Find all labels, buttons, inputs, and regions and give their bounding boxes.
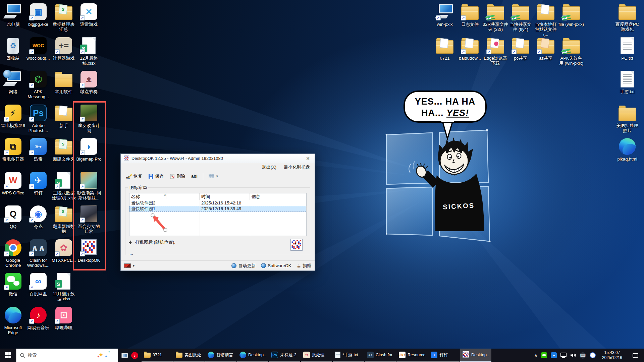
table-row-selected[interactable]: 当快软件园1 2025/12/16 15:39:49 — [129, 206, 306, 212]
desktop-icon[interactable]: S数据处理表汇总 — [51, 3, 76, 32]
icon-label: 百度网盘 — [30, 291, 47, 296]
desktop-icon[interactable]: 美图批处理照片 — [614, 104, 640, 133]
input-method-tray-icon[interactable]: ⌨ — [580, 352, 586, 359]
taskbar-button[interactable]: 0721 — [142, 349, 173, 362]
desktop-icon[interactable]: ➳↗迅雷 — [25, 137, 51, 162]
save-button[interactable]: 保存 — [146, 172, 166, 181]
desktop-icon[interactable]: ↗Google Chrome — [0, 239, 26, 268]
desktop-icon[interactable]: ∧∧↗Clash for Windows.... — [25, 239, 51, 268]
performance-monitor-icon[interactable] — [121, 353, 128, 358]
desktop-icon[interactable]: 此电脑 — [0, 3, 26, 27]
taskbar-button[interactable]: ✿批处理 — [301, 349, 332, 362]
taskbar-button[interactable]: 智谱清言 ... — [205, 349, 236, 362]
desktop-icon[interactable]: ↗file (win-pxlx) — [558, 3, 584, 27]
shortcut-arrow-badge: ↗ — [512, 49, 517, 54]
auto-update-link[interactable]: 自动更新 — [231, 263, 256, 269]
desktop-icon[interactable]: ◉↗夸克 — [25, 205, 51, 229]
xunlei-tray-icon[interactable]: ➤ — [551, 352, 557, 358]
taskbar-button[interactable]: Desktop... — [237, 349, 268, 362]
desktop-icon[interactable]: ⧉↗雷电多开器 — [0, 137, 26, 162]
desktop-icon[interactable]: ▣↗bigjpg.exe — [25, 3, 51, 27]
view-dropdown-button[interactable]: ▼ — [206, 172, 221, 180]
desktop-icon[interactable]: S11月翻库数据.xlsx — [51, 272, 76, 301]
icon-label: 数据处理表汇总 — [51, 22, 76, 32]
desktop-icon[interactable]: ↗pc共享 — [508, 37, 533, 61]
wechat-tray-icon[interactable] — [541, 352, 547, 358]
desktop-icon[interactable]: Ps↗Adobe Photosh... — [25, 104, 51, 133]
taskbar-clock[interactable]: 15:43:07 2025/12/16 — [599, 350, 625, 360]
desktop-icon[interactable]: WOC↗woccloud(... — [25, 37, 51, 61]
desktop-icon[interactable]: ✕↗迅雷游戏 — [76, 3, 102, 27]
layout-list[interactable]: ^ 名称 时间 信息 当快软件园2 2025/12/16 15:42:18 当快… — [129, 193, 307, 236]
restore-button[interactable]: ok 恢复 — [123, 172, 145, 181]
desktop-icon[interactable]: ✈↗钉钉 — [25, 171, 51, 195]
column-header-info[interactable]: 信息 — [250, 193, 268, 200]
taskbar-button[interactable]: ✈钉钉 — [428, 349, 460, 362]
desktop-icon[interactable]: ↗微信 — [0, 272, 26, 296]
window-title: DesktopOK 12.25 - Wow64 - Admin 1920x108… — [131, 156, 302, 161]
desktop-icon[interactable]: 百度网盘PC游戏包 — [614, 3, 640, 32]
recycle-bin-icon: ♻ — [7, 38, 19, 54]
desktop-icon[interactable]: ↗APK失效备用 (win-pxlx) — [558, 37, 584, 66]
desktop-icon[interactable]: W↗WPS Office — [0, 171, 26, 195]
desktop-icon[interactable]: 常用软件 — [51, 70, 76, 94]
shortcut-arrow-badge: ↗ — [29, 83, 34, 88]
taskbar-button[interactable]: 美图批处... — [173, 349, 205, 362]
desktop-icon[interactable]: ↗日志文件 — [457, 3, 483, 27]
desktopok-icon — [463, 351, 469, 359]
tray-expand-chevron-icon[interactable]: ∧ — [534, 353, 537, 358]
desktop-icon[interactable]: ∞↗百度网盘 — [25, 272, 51, 296]
softwareok-link[interactable]: SoftwareOK — [261, 263, 291, 268]
search-input[interactable]: 搜索 ✦ ✦ ✦ ✦ — [16, 349, 118, 362]
desktop-icon[interactable]: ↗当快共享文件 (tly4) — [508, 3, 533, 32]
taskbar-button[interactable]: Desktop... — [460, 349, 491, 362]
desktop-icon[interactable]: +=↗计算器游戏 — [51, 37, 76, 61]
rename-button[interactable]: abl — [189, 172, 200, 180]
desktop-icon[interactable]: 网络 — [0, 70, 26, 94]
desktop-icon[interactable]: S↗12月最终稿.xlsx — [76, 37, 102, 66]
desktop-icon[interactable]: 当快本地打包默认文件(... — [533, 3, 558, 37]
taskbar-button[interactable]: RHResource... — [396, 349, 428, 362]
shortcut-arrow-badge: ↗ — [4, 184, 9, 189]
taskbar-button[interactable]: ∧∧Clash for... — [365, 349, 396, 362]
desktop-icon[interactable]: ↗32R共享文件夹 (32r) — [483, 3, 508, 32]
desktop-icon[interactable]: ↗Edge浏览器下载 — [483, 37, 508, 66]
volume-tray-icon[interactable] — [570, 353, 576, 358]
action-center-button[interactable] — [629, 353, 642, 358]
language-flag-dropdown[interactable]: ▼ — [124, 263, 135, 268]
desktop-icon[interactable]: ♻回收站 — [0, 37, 26, 61]
desktop-icon[interactable]: Q↗QQ — [0, 205, 26, 229]
desktop-icon[interactable]: ᴥ↗啵点节奏 — [76, 70, 102, 94]
menu-exit[interactable]: 退出(X) — [262, 164, 276, 170]
column-header-time[interactable]: 时间 — [200, 193, 250, 200]
menu-minimize-to-tray[interactable]: 最小化到托盘 — [284, 164, 310, 170]
desktop-icon[interactable]: pikaq.html — [614, 137, 640, 162]
network-tray-icon[interactable] — [560, 353, 567, 357]
close-icon[interactable]: ✕ — [304, 156, 312, 161]
ifly-tray-icon[interactable] — [590, 352, 596, 358]
desktop-icon[interactable]: ⊡↗哔哩哔哩 — [51, 306, 76, 330]
shuffle-icons-option[interactable]: 打乱图标 (随机位置). — [129, 239, 175, 245]
desktop-icon[interactable]: 手游.txt — [614, 70, 640, 94]
desktop-icon[interactable]: ↗az共享 — [533, 37, 558, 61]
desktop-icon[interactable]: ↗win-pxlx — [432, 3, 458, 27]
start-button[interactable] — [0, 349, 16, 362]
desktop-icon[interactable]: Microsoft Edge — [0, 306, 26, 335]
taskbar-button[interactable]: Ps未标题-2 ... — [269, 349, 300, 362]
desktop-icon[interactable]: ⌬↗APK Messeng... — [25, 70, 51, 99]
netease-music-icon[interactable]: ♪ — [131, 352, 138, 359]
window-titlebar[interactable]: DesktopOK 12.25 - Wow64 - Admin 1920x108… — [121, 154, 315, 163]
save-label: 保存 — [155, 173, 164, 179]
flag-icon — [124, 263, 131, 268]
desktop-icon[interactable]: PC.txt — [614, 37, 640, 61]
clash-icon: ∧∧ — [367, 352, 374, 358]
desktop-icon[interactable]: 0721 — [432, 37, 458, 61]
delete-button[interactable]: ✕ 删除 — [167, 172, 188, 181]
table-row[interactable]: 当快软件园2 2025/12/16 15:42:18 — [129, 200, 306, 206]
desktop-icon[interactable]: ⚡↗雷电模拟器9 — [0, 104, 26, 128]
desktop-icon[interactable]: ↗baidudow... — [457, 37, 483, 61]
desktop-icon[interactable]: ♪↗网易云音乐 — [25, 306, 51, 330]
taskbar-button[interactable]: *手游.txt ... — [333, 349, 364, 362]
icon-label: 当快共享文件 (tly4) — [508, 22, 533, 32]
donate-link[interactable]: ☕ 捐赠 — [297, 263, 311, 269]
